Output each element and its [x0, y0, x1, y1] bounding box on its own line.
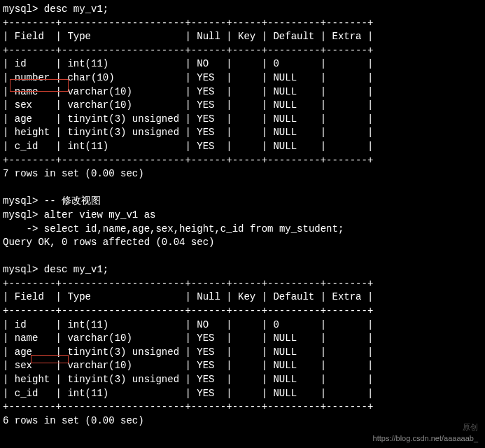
table-border: +--------+---------------------+------+-… [3, 44, 482, 58]
table-row: | sex | varchar(10) | YES | | NULL | | [3, 359, 482, 373]
prompt-line[interactable]: mysql> desc my_v1; [3, 3, 482, 17]
table-row: | height | tinyint(3) unsigned | YES | |… [3, 373, 482, 387]
table-header: | Field | Type | Null | Key | Default | … [3, 290, 482, 304]
prompt-line[interactable]: mysql> -- 修改视图 [3, 195, 482, 209]
result-info: Query OK, 0 rows affected (0.04 sec) [3, 236, 482, 250]
table-header: | Field | Type | Null | Key | Default | … [3, 30, 482, 44]
result-info: 7 rows in set (0.00 sec) [3, 167, 482, 181]
table-row: | c_id | int(11) | YES | | NULL | | [3, 140, 482, 154]
table-border: +--------+---------------------+------+-… [3, 154, 482, 168]
table-border: +--------+---------------------+------+-… [3, 277, 482, 291]
result-info: 6 rows in set (0.00 sec) [3, 414, 482, 428]
table-row: | id | int(11) | NO | | 0 | | [3, 318, 482, 332]
table-row: | id | int(11) | NO | | 0 | | [3, 57, 482, 71]
table-row: | height | tinyint(3) unsigned | YES | |… [3, 126, 482, 140]
prompt-line[interactable]: mysql> alter view my_v1 as [3, 209, 482, 223]
watermark-label: 原创 [463, 422, 478, 433]
watermark-url: https://blog.csdn.net/aaaaaab_ [373, 433, 478, 444]
table-row: | age | tinyint(3) unsigned | YES | | NU… [3, 346, 482, 360]
table-row: | name | varchar(10) | YES | | NULL | | [3, 85, 482, 99]
blank-line [3, 250, 482, 264]
table-border: +--------+---------------------+------+-… [3, 304, 482, 318]
table-row: | number | char(10) | YES | | NULL | | [3, 71, 482, 85]
terminal-output: mysql> desc my_v1; +--------+-----------… [3, 3, 482, 428]
table-row: | c_id | int(11) | YES | | NULL | | [3, 387, 482, 401]
table-border: +--------+---------------------+------+-… [3, 400, 482, 414]
blank-line [3, 181, 482, 195]
continuation-line[interactable]: -> select id,name,age,sex,height,c_id fr… [3, 223, 482, 237]
table-row: | name | varchar(10) | YES | | NULL | | [3, 332, 482, 346]
table-row: | age | tinyint(3) unsigned | YES | | NU… [3, 113, 482, 127]
table-row: | sex | varchar(10) | YES | | NULL | | [3, 99, 482, 113]
prompt-line[interactable]: mysql> desc my_v1; [3, 263, 482, 277]
table-border: +--------+---------------------+------+-… [3, 17, 482, 31]
